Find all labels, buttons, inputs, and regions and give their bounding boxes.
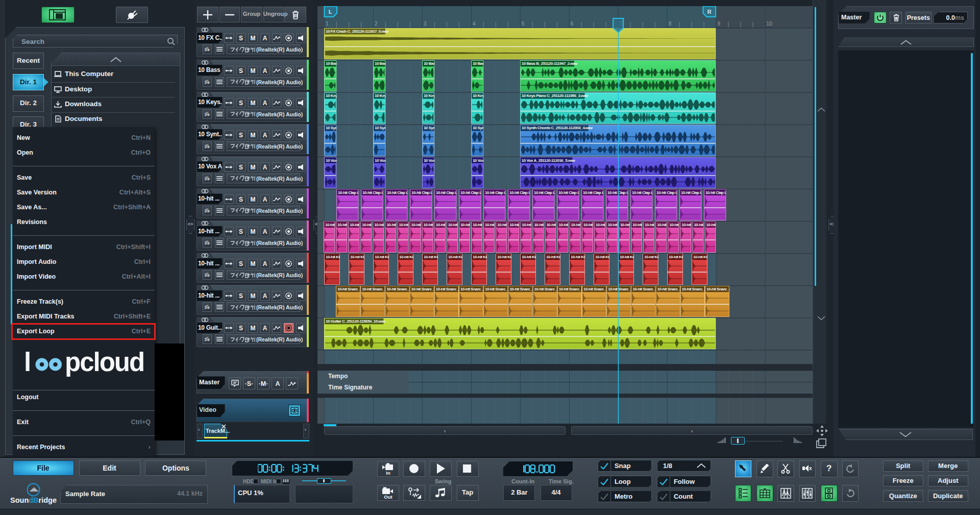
svg-text:10-hit: 10-hit [448,223,458,227]
svg-text:10-hit Kic: 10-hit Kic [497,255,513,259]
svg-text:10-hit: 10-hit [571,223,581,227]
svg-text:10-hit: 10-hit [350,223,359,227]
svg-text:4: 4 [473,21,476,27]
svg-text:10-hit Clap Li: 10-hit Clap Li [656,190,679,195]
svg-text:5: 5 [522,21,525,27]
svg-text:10-hit: 10-hit [546,223,556,227]
svg-text:10-hit Clap Li: 10-hit Clap Li [460,190,483,195]
svg-text:10-hit Clap Li: 10-hit Clap Li [485,190,507,195]
svg-text:10-hit Kic: 10-hit Kic [620,255,636,259]
svg-text:10-hit Snare_2: 10-hit Snare_2 [534,287,559,291]
svg-text:pcloud: pcloud [65,351,144,377]
svg-text:10-hit Clap Li: 10-hit Clap Li [583,190,605,195]
svg-text:10-hit Kic: 10-hit Kic [326,255,342,259]
svg-text:1: 1 [326,21,329,27]
svg-text:10-hit Clap Li: 10-hit Clap Li [338,190,360,195]
svg-text:R: R [707,9,712,15]
svg-text:10-hit Snare_2: 10-hit Snare_2 [436,287,461,291]
svg-text:Tempo: Tempo [328,373,348,380]
svg-text:10-hit Kic: 10-hit Kic [399,255,415,259]
svg-text:10-hit Clap Li: 10-hit Clap Li [681,190,703,195]
svg-text:10-hit Clap Li: 10-hit Clap Li [387,190,409,195]
svg-text:10-hit Snare_2: 10-hit Snare_2 [583,287,608,291]
svg-text:10-hit Clap Li: 10-hit Clap Li [362,190,385,195]
svg-text:10-hit Snare_2: 10-hit Snare_2 [632,287,657,291]
svg-text:10-hit: 10-hit [473,223,482,227]
svg-text:10-hit: 10-hit [681,223,691,227]
svg-text:3: 3 [424,21,427,27]
svg-text:10-hit: 10-hit [645,223,654,227]
svg-text:10-hit: 10-hit [632,223,642,227]
svg-text:10-hit Clap Li: 10-hit Clap Li [534,190,556,195]
svg-text:6: 6 [571,21,574,27]
svg-text:L: L [329,9,332,15]
svg-text:10-hit Clap Li: 10-hit Clap Li [632,190,654,195]
svg-text:10-hit Kic: 10-hit Kic [693,255,709,259]
svg-text:10-hit: 10-hit [485,223,495,227]
svg-text:10-hit: 10-hit [596,223,605,227]
svg-text:10 Bass B_251120-111947_2.wav: 10 Bass B_251120-111947_2.wav [522,61,578,66]
svg-text:10-hit: 10-hit [522,223,531,227]
svg-text:10-hit Kic: 10-hit Kic [473,255,489,259]
svg-text:10-hit Kic: 10-hit Kic [375,255,391,259]
svg-text:10-hit Kic: 10-hit Kic [350,255,366,259]
svg-text:8: 8 [669,21,672,27]
svg-text:10-hit Kic: 10-hit Kic [424,255,440,259]
svg-text:10-hit Clap Li: 10-hit Clap Li [705,190,728,195]
svg-text:10-hit: 10-hit [460,223,470,227]
svg-text:l: l [24,351,31,377]
svg-text:x: x [809,465,812,471]
svg-text:10 Keys Piano C_251120-111956_: 10 Keys Piano C_251120-111956_3.wav [522,93,589,98]
svg-text:10-hit Snare_2: 10-hit Snare_2 [509,287,534,291]
svg-text:10-hit Snare_2: 10-hit Snare_2 [559,287,584,291]
svg-text:10: 10 [767,21,773,27]
svg-text:10-hit: 10-hit [386,223,396,227]
svg-text:10-hit: 10-hit [374,223,384,227]
svg-text:10-hit Snare_2: 10-hit Snare_2 [608,287,633,291]
svg-text:10-hit: 10-hit [399,223,409,227]
svg-text:10-hit Snare_2: 10-hit Snare_2 [386,287,411,291]
svg-text:10-hit Kic: 10-hit Kic [571,255,587,259]
svg-text:10-hit Kic: 10-hit Kic [448,255,464,259]
svg-text:10-hit: 10-hit [337,223,347,227]
svg-text:10 Vox A_251120-112016_5.wav: 10 Vox A_251120-112016_5.wav [522,158,576,163]
svg-text:10-hit: 10-hit [669,223,679,227]
svg-text:10-hit Clap Li: 10-hit Clap Li [436,190,458,195]
svg-text:10 Guitar C_251120-115654_10.w: 10 Guitar C_251120-115654_10.wav [326,319,386,324]
svg-text:10-hit: 10-hit [411,223,421,227]
svg-text:10-hit: 10-hit [362,223,372,227]
svg-text:10-hit Snare_2: 10-hit Snare_2 [460,287,485,291]
svg-text:10 FX Crash C_251120-111927_0.: 10 FX Crash C_251120-111927_0.wav [326,29,389,34]
svg-text:10-hit Kic: 10-hit Kic [546,255,562,259]
svg-text:10-hit: 10-hit [534,223,544,227]
svg-text:10-hit Clap Li: 10-hit Clap Li [509,190,532,195]
svg-text:10-hit Snare_2: 10-hit Snare_2 [485,287,510,291]
svg-text:10-hit Kic: 10-hit Kic [669,255,685,259]
svg-text:10-hit Snare_2: 10-hit Snare_2 [362,287,387,291]
svg-text:2: 2 [375,21,378,27]
svg-text:10-hit: 10-hit [608,223,618,227]
svg-text:10-hit Snare_2: 10-hit Snare_2 [682,287,707,291]
svg-text:10-hit Snare_2: 10-hit Snare_2 [411,287,436,291]
svg-text:10-hit Snare_2: 10-hit Snare_2 [657,287,682,291]
svg-text:10 Synth Chords C_251120-11200: 10 Synth Chords C_251120-112003_4.wav [522,126,593,131]
svg-text:10-hit: 10-hit [583,223,593,227]
svg-text:10-hit: 10-hit [657,223,667,227]
svg-text:10-hit Clap Li: 10-hit Clap Li [411,190,434,195]
svg-text:9: 9 [718,21,721,27]
svg-text:10-hit: 10-hit [497,223,507,227]
svg-text:10-hit: 10-hit [706,223,716,227]
svg-text:10-hit: 10-hit [424,223,433,227]
svg-text:10-hit Snare_2: 10-hit Snare_2 [706,287,731,291]
svg-text:10-hit: 10-hit [620,223,630,227]
svg-text:10-hit Snare_2: 10-hit Snare_2 [337,287,362,291]
svg-text:10-hit: 10-hit [559,223,569,227]
svg-text:10-hit Kic: 10-hit Kic [644,255,660,259]
svg-text:10-hit: 10-hit [509,223,519,227]
svg-text:10-hit Kic: 10-hit Kic [595,255,611,259]
svg-text:10-hit: 10-hit [436,223,446,227]
svg-text:10-hit Clap Li: 10-hit Clap Li [558,190,581,195]
svg-text:Time Signature: Time Signature [328,384,373,391]
svg-text:10-hit: 10-hit [325,223,335,227]
svg-text:10-hit: 10-hit [694,223,703,227]
